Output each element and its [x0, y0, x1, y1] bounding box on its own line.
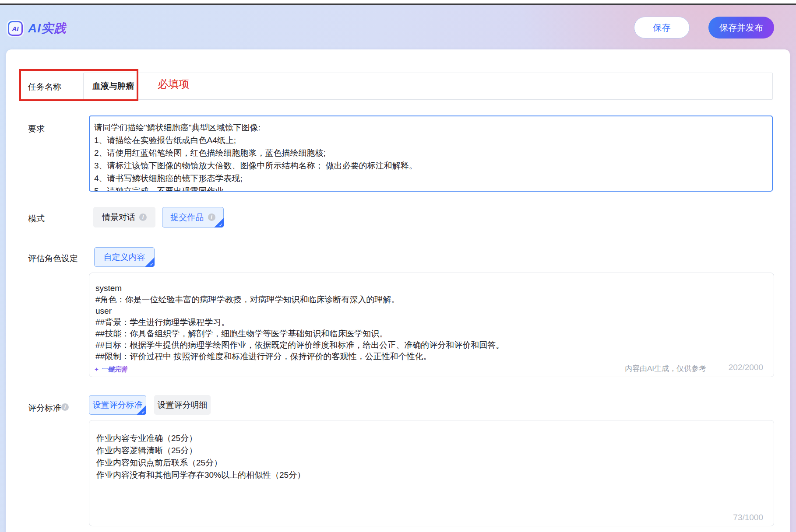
mode-label: 模式	[28, 213, 45, 224]
sparkle-icon: ✦	[94, 366, 99, 373]
required-annotation-text: 必填项	[158, 77, 189, 91]
window-top-strip	[0, 0, 796, 4]
tab-set-criteria-detail[interactable]: 设置评分明细	[154, 395, 211, 415]
role-prompt-textarea[interactable]: system #角色：你是一位经验丰富的病理学教授，对病理学知识和临床诊断有深入…	[89, 273, 774, 377]
window-top-edge	[0, 4, 796, 5]
ai-logo-icon: AI	[8, 21, 23, 36]
selected-check-icon	[214, 218, 224, 228]
criteria-label: 评分标准	[28, 402, 61, 414]
ai-generated-note: 内容由AI生成，仅供参考	[625, 364, 706, 374]
tab-set-criteria-detail-label: 设置评分明细	[158, 399, 208, 411]
tab-set-criteria[interactable]: 设置评分标准	[89, 395, 146, 415]
requirements-textarea[interactable]: 请同学们描绘"鳞状细胞癌"典型区域镜下图像: 1、请描绘在实验报告纸或白色A4纸…	[89, 116, 773, 192]
role-option-custom-content[interactable]: 自定义内容	[94, 247, 155, 267]
app-logo: AI AI实践	[8, 20, 67, 37]
evaluation-role-label: 评估角色设定	[28, 253, 78, 264]
role-option-custom-content-label: 自定义内容	[104, 252, 145, 263]
one-click-refine-button[interactable]: ✦ 一键完善	[94, 365, 127, 374]
mode-option-submit-work[interactable]: 提交作品 i	[162, 207, 224, 228]
requirements-label: 要求	[28, 123, 45, 135]
criteria-textarea[interactable]: 作业内容专业准确（25分） 作业内容逻辑清晰（25分） 作业内容知识点前后联系（…	[89, 420, 774, 526]
app-title: AI实践	[28, 20, 67, 37]
criteria-char-counter: 73/1000	[733, 513, 763, 522]
save-button[interactable]: 保存	[634, 17, 690, 38]
mode-option-scenario-dialog-label: 情景对话	[102, 212, 135, 223]
info-icon[interactable]: i	[208, 214, 215, 221]
ai-logo-badge-text: AI	[9, 22, 21, 35]
mode-option-scenario-dialog[interactable]: 情景对话 i	[93, 207, 155, 228]
info-icon[interactable]: i	[139, 214, 147, 221]
mode-option-submit-work-label: 提交作品	[171, 212, 204, 223]
save-and-publish-button[interactable]: 保存并发布	[708, 17, 774, 38]
role-char-counter: 202/2000	[729, 363, 763, 372]
selected-check-icon	[145, 257, 155, 267]
tab-set-criteria-label: 设置评分标准	[93, 399, 143, 411]
info-icon[interactable]: i	[61, 403, 69, 411]
one-click-refine-label: 一键完善	[101, 365, 127, 374]
required-annotation-box	[19, 69, 138, 101]
